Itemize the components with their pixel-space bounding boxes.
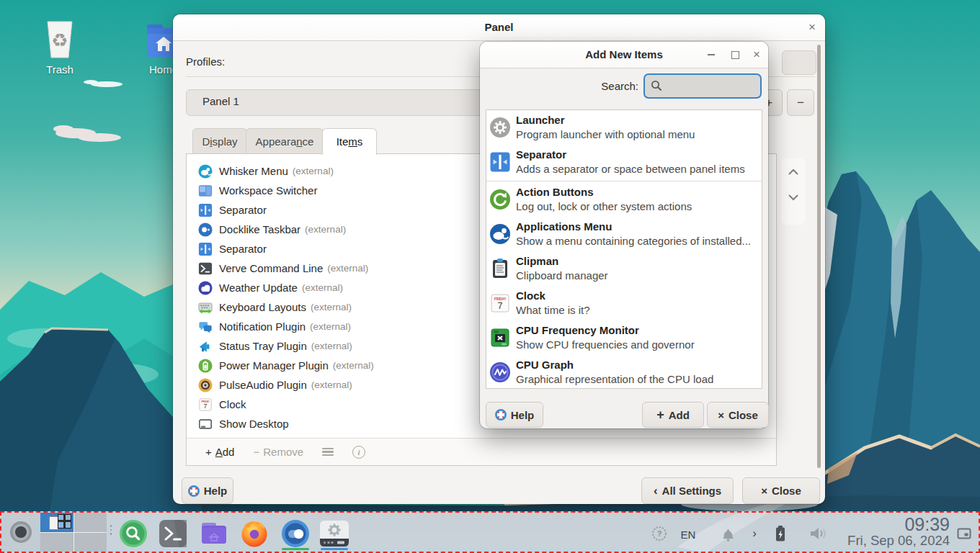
clock-date: Fri, Sep 06, 2024 [847, 534, 950, 547]
help-lifebuoy-icon [188, 485, 200, 497]
dialog-titlebar[interactable]: Add New Items × [480, 42, 768, 68]
whisker-menu-logo-icon [9, 520, 33, 544]
desktop-icon-label: Trash [29, 63, 91, 76]
file-manager-launcher[interactable] [198, 518, 230, 549]
all-settings-button[interactable]: ‹ All Settings [641, 477, 734, 504]
notifications-bell-icon[interactable] [719, 526, 736, 543]
close-window-icon[interactable]: × [803, 14, 821, 40]
add-new-items-dialog: Add New Items × Search: Launcher Program… [480, 42, 768, 428]
dialog-title: Add New Items [480, 42, 768, 68]
dialog-add-button[interactable]: + Add [642, 402, 704, 428]
whisker-menu-icon [198, 164, 213, 179]
terminal-icon [159, 519, 187, 548]
firefox-launcher[interactable] [239, 518, 270, 549]
settings-gear-app-icon [319, 520, 349, 547]
desktop-icon-trash[interactable]: ♻ Trash [29, 19, 91, 76]
bell-icon [721, 527, 735, 541]
profiles-select[interactable] [782, 50, 816, 75]
clipman-icon [489, 258, 511, 279]
workspace-1-active[interactable] [40, 513, 74, 532]
separator-icon [489, 151, 511, 173]
battery-status-icon[interactable] [771, 523, 790, 544]
firefox-icon [240, 519, 269, 548]
volume-status-icon[interactable] [808, 524, 828, 543]
svg-text:7: 7 [498, 301, 503, 311]
clock-time: 09:39 [847, 515, 950, 534]
dialog-help-button[interactable]: Help [486, 402, 543, 428]
settings-manager-window-button[interactable] [318, 518, 350, 549]
workspace-4[interactable] [74, 533, 107, 552]
svg-text:♻: ♻ [51, 30, 68, 51]
window-scrollbar[interactable] [817, 45, 821, 468]
minus-icon: − [253, 446, 259, 458]
available-item-row[interactable]: Launcher Program launcher with optional … [486, 110, 762, 145]
dialog-close-button[interactable]: × Close [707, 402, 769, 428]
available-item-row[interactable]: Applications Menu Show a menu containing… [486, 217, 762, 251]
available-item-row[interactable]: FRIDAY7 Clock What time is it? [486, 286, 762, 320]
notification-status-icon[interactable]: ? [650, 525, 669, 542]
available-item-row[interactable]: Action Buttons Log out, lock or other sy… [486, 182, 762, 217]
search-icon [651, 80, 662, 91]
available-item-row[interactable]: Separator Adds a separator or space betw… [486, 145, 762, 179]
docklike-taskbar-icon [198, 222, 213, 237]
move-item-down-button[interactable] [781, 184, 806, 210]
tray-expand-chevron[interactable]: › [747, 526, 762, 541]
search-input[interactable] [667, 76, 756, 96]
applications-menu-icon [489, 223, 511, 245]
chevron-down-icon [788, 194, 798, 201]
minimize-icon[interactable] [702, 42, 721, 68]
close-icon: × [718, 409, 724, 421]
speaker-icon [809, 526, 827, 541]
close-dialog-icon[interactable]: × [747, 42, 766, 68]
item-about-button[interactable]: i [352, 446, 365, 459]
panel-window-title: Panel [173, 14, 825, 40]
action-buttons-icon [489, 189, 511, 210]
mini-window [58, 514, 71, 529]
hamburger-icon [322, 448, 334, 457]
clock-widget[interactable]: 09:39 Fri, Sep 06, 2024 [847, 515, 950, 548]
remove-panel-button[interactable]: − [787, 89, 814, 116]
move-buttons [781, 158, 806, 225]
available-item-row[interactable]: CPU Frequency Monitor Show CPU frequenci… [486, 320, 762, 355]
item-properties-button[interactable] [322, 448, 334, 457]
help-button[interactable]: Help [182, 477, 233, 504]
move-item-up-button[interactable] [781, 158, 806, 184]
workspace-3[interactable] [40, 533, 74, 552]
close-button[interactable]: × Close [742, 477, 820, 504]
show-desktop-button[interactable] [956, 526, 973, 541]
search-entry[interactable] [643, 73, 762, 99]
search-app-icon [119, 519, 148, 548]
panel-select-value: Panel 1 [202, 95, 239, 107]
remove-item-button[interactable]: − Remove [253, 446, 303, 458]
running-indicator-blue [321, 548, 348, 550]
app-finder-launcher[interactable] [117, 518, 149, 549]
notification-plugin-icon [198, 320, 213, 334]
tweaks-app-window-button[interactable] [280, 518, 311, 549]
show-desktop-icon [957, 527, 971, 540]
tab-appearance[interactable]: Appearance [246, 128, 324, 154]
taskbar: ? EN › 09:39 Fri, Sep 06, 2024 [0, 511, 980, 553]
tab-items[interactable]: Items [322, 128, 377, 155]
maximize-icon[interactable] [726, 42, 744, 68]
question-badge-icon: ? [651, 526, 667, 541]
whisker-menu-button[interactable] [1, 513, 40, 552]
available-item-row[interactable]: CPU Graph Graphical representation of th… [486, 355, 762, 389]
add-item-button[interactable]: + Add [205, 446, 234, 458]
keyboard-layout-indicator[interactable]: EN [677, 527, 699, 541]
running-indicator-green [282, 548, 309, 550]
workspace-switcher[interactable] [40, 513, 107, 552]
chevron-left-icon: ‹ [654, 484, 658, 498]
power-manager-plugin-icon [198, 359, 213, 373]
terminal-launcher[interactable] [157, 518, 189, 549]
available-item-row[interactable]: Clipman Clipboard manager [486, 251, 762, 286]
panel-window-titlebar[interactable]: Panel × [173, 14, 825, 41]
launcher-icon [489, 117, 511, 138]
items-list-toolbar: + Add − Remove i [187, 438, 776, 465]
tab-display[interactable]: Display [192, 128, 247, 154]
cpu-graph-icon [489, 361, 511, 383]
svg-text:7: 7 [204, 403, 208, 410]
plus-icon: + [656, 408, 664, 423]
chevron-up-icon [788, 168, 798, 175]
weather-update-icon [198, 281, 213, 295]
workspace-2[interactable] [74, 513, 107, 532]
